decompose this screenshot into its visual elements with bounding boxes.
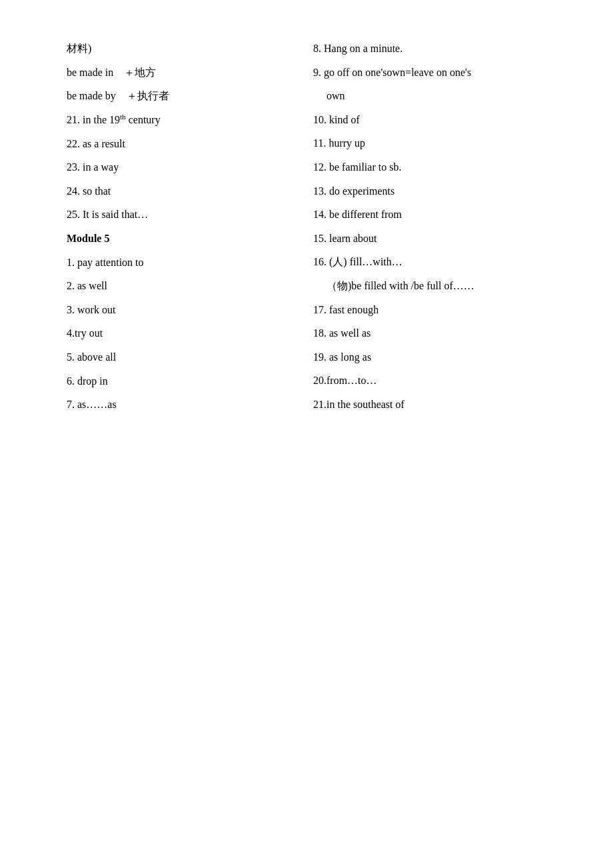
- right-column: 8. Hang on a minute. 9. go off on one'so…: [306, 40, 546, 420]
- item-r20: 20.from…to…: [313, 372, 546, 389]
- item-l4: 4.try out: [67, 325, 293, 342]
- item-r16b: （物)be filled with /be full of……: [313, 277, 546, 295]
- item-r21: 21.in the southeast of: [313, 396, 546, 413]
- item-be-made-by: be made by ＋执行者: [67, 87, 293, 105]
- item-25: 25. It is said that…: [67, 206, 293, 223]
- item-r10: 10. kind of: [313, 111, 546, 129]
- item-r18: 18. as well as: [313, 325, 546, 342]
- page-content: 材料) be made in ＋地方 be made by ＋执行者 21. i…: [0, 0, 613, 460]
- item-r8: 8. Hang on a minute.: [313, 40, 546, 57]
- item-23: 23. in a way: [67, 159, 293, 176]
- item-r11: 11. hurry up: [313, 135, 546, 152]
- item-22: 22. as a result: [67, 135, 293, 153]
- item-21-century: 21. in the 19th century: [67, 111, 293, 129]
- item-l5: 5. above all: [67, 349, 293, 366]
- item-r16a: 16. (人) fill…with…: [313, 253, 546, 271]
- left-column: 材料) be made in ＋地方 be made by ＋执行者 21. i…: [67, 40, 306, 420]
- item-r15: 15. learn about: [313, 230, 546, 247]
- item-module5: Module 5: [67, 230, 293, 247]
- item-r19: 19. as long as: [313, 349, 546, 366]
- item-l1: 1. pay attention to: [67, 254, 293, 271]
- two-column-layout: 材料) be made in ＋地方 be made by ＋执行者 21. i…: [67, 40, 546, 420]
- item-be-made-in: be made in ＋地方: [67, 64, 293, 81]
- item-l3: 3. work out: [67, 301, 293, 319]
- item-r17: 17. fast enough: [313, 301, 546, 319]
- item-r9b: own: [313, 87, 546, 105]
- item-l7: 7. as……as: [67, 396, 293, 413]
- item-r13: 13. do experiments: [313, 183, 546, 200]
- item-material: 材料): [67, 40, 293, 57]
- item-r14: 14. be different from: [313, 206, 546, 223]
- item-l2: 2. as well: [67, 277, 293, 295]
- item-24: 24. so that: [67, 183, 293, 200]
- item-r9a: 9. go off on one'sown=leave on one's: [313, 64, 546, 81]
- item-r12: 12. be familiar to sb.: [313, 159, 546, 176]
- item-l6: 6. drop in: [67, 373, 293, 390]
